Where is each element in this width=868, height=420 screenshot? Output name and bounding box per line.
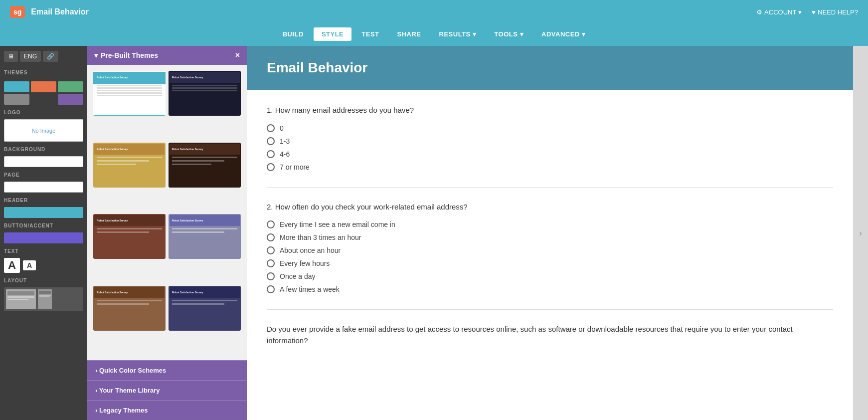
themes-panel-header: ▾ Pre-Built Themes × xyxy=(87,46,247,65)
gear-icon: ⚙ xyxy=(756,8,762,16)
theme-thumb-2[interactable]: Robot Satisfaction Survey xyxy=(169,71,241,116)
thumb-1-content xyxy=(94,83,165,98)
radio-q2-1[interactable] xyxy=(267,233,275,241)
radio-q2-5[interactable] xyxy=(267,285,275,293)
question-1-option-2: 4-6 xyxy=(267,150,833,158)
theme-swatch-dark[interactable] xyxy=(31,94,56,105)
option-label-q1-2: 4-6 xyxy=(280,150,290,158)
chevron-down-icon: ▾ xyxy=(798,8,802,16)
thumb-7-content xyxy=(94,298,165,308)
background-label: BACKGROUND xyxy=(4,147,83,152)
thumb-8-content xyxy=(170,298,240,308)
thumb-8-title: Robot Satisfaction Survey xyxy=(172,291,203,294)
option-label-q1-0: 0 xyxy=(280,124,284,132)
background-color-picker[interactable] xyxy=(4,156,83,167)
thumb-4-content xyxy=(170,155,240,167)
question-1-option-0: 0 xyxy=(267,124,833,132)
page-section: PAGE xyxy=(4,172,83,193)
question-2-option-1: More than 3 times an hour xyxy=(267,233,833,241)
option-label-q2-1: More than 3 times an hour xyxy=(280,233,361,241)
nav-results[interactable]: RESULTS ▾ xyxy=(431,27,485,41)
button-accent-color-picker[interactable] xyxy=(4,232,83,243)
themes-panel-title-row: ▾ Pre-Built Themes xyxy=(94,51,158,59)
monitor-icon-btn[interactable]: 🖥 xyxy=(4,51,18,62)
text-large-button[interactable]: A xyxy=(4,258,20,273)
nav-test[interactable]: TEST xyxy=(353,27,387,41)
background-section: BACKGROUND xyxy=(4,147,83,167)
nav-advanced[interactable]: ADVANCED ▾ xyxy=(533,27,593,41)
header-section: HEADER xyxy=(4,198,83,218)
option-label-q2-2: About once an hour xyxy=(280,246,341,254)
radio-q2-0[interactable] xyxy=(267,220,275,228)
page-color-picker[interactable] xyxy=(4,182,83,193)
topbar-left: sg Email Behavior xyxy=(10,6,89,18)
account-button[interactable]: ⚙ ACCOUNT ▾ xyxy=(756,8,802,16)
desktop-layout-icon xyxy=(6,289,36,309)
layout-section: LAYOUT xyxy=(4,278,83,311)
theme-thumb-5[interactable]: Robot Satisfaction Survey xyxy=(93,214,166,259)
option-label-q2-4: Once a day xyxy=(280,272,316,280)
question-2-option-3: Every few hours xyxy=(267,259,833,267)
themes-panel-close-button[interactable]: × xyxy=(235,51,240,60)
theme-thumb-8[interactable]: Robot Satisfaction Survey xyxy=(169,286,241,331)
header-color-picker[interactable] xyxy=(4,207,83,218)
legacy-themes-accordion[interactable]: › Legacy Themes xyxy=(87,400,247,420)
radio-q1-3[interactable] xyxy=(267,163,275,171)
option-label-q2-0: Every time I see a new email come in xyxy=(280,220,395,228)
theme-swatch-orange[interactable] xyxy=(31,81,56,92)
radio-q2-3[interactable] xyxy=(267,259,275,267)
help-button[interactable]: ♥ NEED HELP? xyxy=(812,8,858,16)
thumb-1-title: Robot Satisfaction Survey xyxy=(97,76,128,79)
right-arrow-icon[interactable]: › xyxy=(859,228,862,238)
link-icon-btn[interactable]: 🔗 xyxy=(43,51,58,62)
topbar-right: ⚙ ACCOUNT ▾ ♥ NEED HELP? xyxy=(756,8,858,16)
question-3-block: Do you ever provide a fake email address… xyxy=(267,324,833,346)
theme-thumb-3[interactable]: Robot Satisfaction Survey xyxy=(93,143,166,188)
themes-section: THEMES xyxy=(4,70,83,105)
themes-panel: ▾ Pre-Built Themes × Robot Satisfaction … xyxy=(87,46,247,420)
nav-tools[interactable]: TOOLS ▾ xyxy=(486,27,531,41)
thumb-4-title: Robot Satisfaction Survey xyxy=(172,148,203,151)
text-label: TEXT xyxy=(4,248,83,254)
option-label-q2-5: A few times a week xyxy=(280,285,340,293)
theme-thumb-7[interactable]: Robot Satisfaction Survey xyxy=(93,286,166,331)
theme-swatch-purple[interactable] xyxy=(58,94,83,105)
question-divider-1 xyxy=(267,187,833,188)
thumb-7-title: Robot Satisfaction Survey xyxy=(97,291,128,294)
sg-logo-icon[interactable]: sg xyxy=(10,6,25,18)
button-accent-label: BUTTON/ACCENT xyxy=(4,223,83,228)
radio-q1-1[interactable] xyxy=(267,137,275,145)
your-theme-library-accordion[interactable]: › Your Theme Library xyxy=(87,380,247,400)
quick-color-schemes-accordion[interactable]: › Quick Color Schemes xyxy=(87,360,247,380)
question-2-text: 2. How often do you check your work-rela… xyxy=(267,202,833,213)
lang-button[interactable]: ENG xyxy=(20,51,41,62)
theme-swatch-green[interactable] xyxy=(58,81,83,92)
app-title: Email Behavior xyxy=(31,7,89,16)
nav-style[interactable]: STYLE xyxy=(314,27,351,41)
themes-swatches-grid xyxy=(4,81,83,105)
theme-swatch-teal[interactable] xyxy=(4,81,29,92)
radio-q1-0[interactable] xyxy=(267,124,275,132)
theme-swatch-gray[interactable] xyxy=(4,94,29,105)
theme-thumb-6[interactable]: Robot Satisfaction Survey xyxy=(169,214,241,259)
theme-thumb-1[interactable]: Robot Satisfaction Survey xyxy=(93,71,166,116)
theme-thumb-4[interactable]: Robot Satisfaction Survey xyxy=(169,143,241,188)
thumb-2-content xyxy=(170,83,240,93)
nav-share[interactable]: SHARE xyxy=(389,27,429,41)
logo-upload-box[interactable]: No Image xyxy=(4,119,83,142)
legacy-themes-label: › Legacy Themes xyxy=(95,407,148,414)
theme-thumbnails-grid: Robot Satisfaction Survey Robot Satisfac… xyxy=(87,65,247,360)
radio-q2-4[interactable] xyxy=(267,272,275,280)
logo-label: LOGO xyxy=(4,110,83,115)
text-size-row: A A xyxy=(4,258,83,273)
thumb-3-content xyxy=(94,155,165,167)
question-1-block: 1. How many email addresses do you have?… xyxy=(267,105,833,171)
text-small-button[interactable]: A xyxy=(23,260,36,270)
thumb-2-title: Robot Satisfaction Survey xyxy=(172,76,203,79)
nav-build[interactable]: BUILD xyxy=(275,27,312,41)
radio-q1-2[interactable] xyxy=(267,150,275,158)
radio-q2-2[interactable] xyxy=(267,246,275,254)
themes-accordion: › Quick Color Schemes › Your Theme Libra… xyxy=(87,360,247,420)
layout-preview-button[interactable] xyxy=(4,287,83,311)
top-bar: sg Email Behavior ⚙ ACCOUNT ▾ ♥ NEED HEL… xyxy=(0,0,868,24)
